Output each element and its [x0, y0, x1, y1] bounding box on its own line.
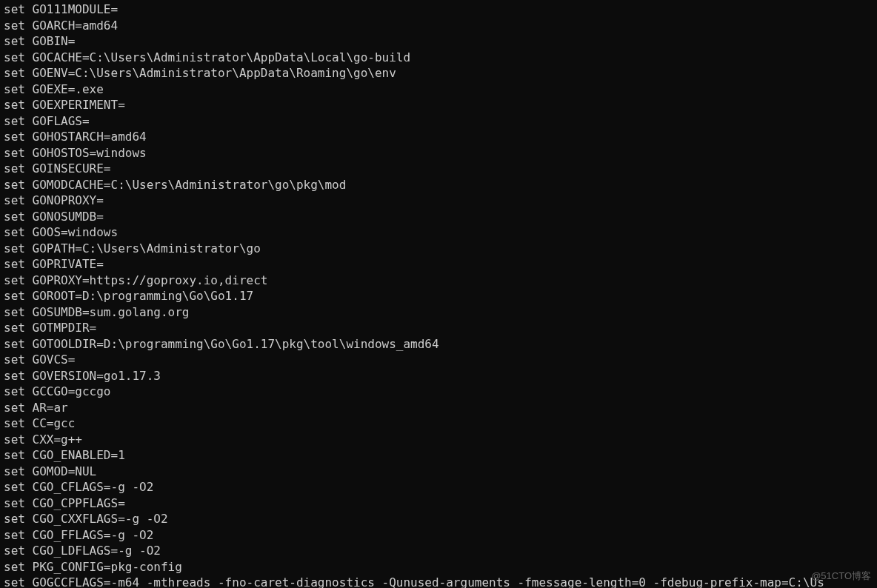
- terminal-line: set CGO_CFLAGS=-g -O2: [4, 479, 877, 495]
- terminal-line: set GOROOT=D:\programming\Go\Go1.17: [4, 288, 877, 304]
- terminal-output[interactable]: set GO111MODULE=set GOARCH=amd64set GOBI…: [0, 0, 877, 588]
- terminal-line: set GOPATH=C:\Users\Administrator\go: [4, 241, 877, 257]
- terminal-line: set CGO_LDFLAGS=-g -O2: [4, 543, 877, 559]
- terminal-line: set CGO_CPPFLAGS=: [4, 495, 877, 512]
- terminal-line: set GOPROXY=https://goproxy.io,direct: [4, 273, 877, 289]
- terminal-line: set GOOS=windows: [4, 224, 877, 241]
- terminal-line: set GOBIN=: [4, 33, 877, 50]
- terminal-line: set CXX=g++: [4, 432, 877, 448]
- terminal-line: set GO111MODULE=: [4, 1, 877, 18]
- terminal-line: set GOVCS=: [4, 352, 877, 368]
- terminal-line: set GOHOSTARCH=amd64: [4, 129, 877, 145]
- watermark-text: @51CTO博客: [811, 568, 871, 584]
- terminal-line: set GOINSECURE=: [4, 161, 877, 177]
- terminal-line: set GOTMPDIR=: [4, 320, 877, 336]
- terminal-line: set CC=gcc: [4, 415, 877, 432]
- terminal-line: set GOPRIVATE=: [4, 256, 877, 273]
- terminal-line: set GONOSUMDB=: [4, 209, 877, 225]
- terminal-line: set CGO_FFLAGS=-g -O2: [4, 527, 877, 544]
- terminal-line: set GOCACHE=C:\Users\Administrator\AppDa…: [4, 50, 877, 66]
- terminal-line: set GOEXE=.exe: [4, 81, 877, 98]
- terminal-line: set CGO_ENABLED=1: [4, 447, 877, 464]
- terminal-line: set CGO_CXXFLAGS=-g -O2: [4, 511, 877, 527]
- terminal-line: set GOGCCFLAGS=-m64 -mthreads -fno-caret…: [4, 575, 877, 588]
- terminal-line: set GOSUMDB=sum.golang.org: [4, 304, 877, 321]
- terminal-line: set GOMOD=NUL: [4, 464, 877, 480]
- terminal-line: set PKG_CONFIG=pkg-config: [4, 559, 877, 575]
- terminal-line: set GOVERSION=go1.17.3: [4, 368, 877, 384]
- terminal-line: set GOTOOLDIR=D:\programming\Go\Go1.17\p…: [4, 336, 877, 353]
- terminal-line: set GOARCH=amd64: [4, 18, 877, 34]
- terminal-line: set GOFLAGS=: [4, 113, 877, 130]
- terminal-line: set GOEXPERIMENT=: [4, 97, 877, 113]
- terminal-line: set GCCGO=gccgo: [4, 384, 877, 400]
- terminal-line: set GOMODCACHE=C:\Users\Administrator\go…: [4, 177, 877, 193]
- terminal-line: set GONOPROXY=: [4, 193, 877, 209]
- terminal-line: set GOHOSTOS=windows: [4, 145, 877, 161]
- terminal-line: set AR=ar: [4, 400, 877, 416]
- terminal-line: set GOENV=C:\Users\Administrator\AppData…: [4, 65, 877, 81]
